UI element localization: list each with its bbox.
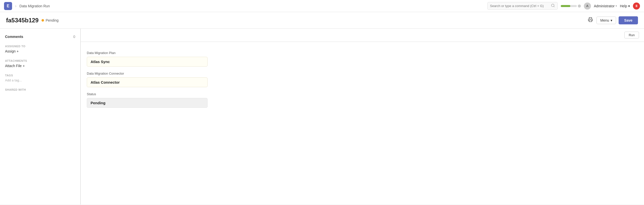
status-field-value[interactable]: Pending xyxy=(87,98,208,108)
page-header: fa5345b129 Pending Menu ▾ Save xyxy=(0,12,644,29)
comments-count: 0 xyxy=(73,35,75,39)
plan-field: Data Migration Plan Atlas Sync xyxy=(87,51,638,67)
main-content: Comments 0 ASSIGNED TO Assign + ATTACHME… xyxy=(0,29,644,204)
status-field: Status Pending xyxy=(87,92,638,108)
menu-button[interactable]: Menu ▾ xyxy=(596,17,616,24)
status-field-label: Status xyxy=(87,92,638,96)
connector-label: Data Migration Connector xyxy=(87,72,638,75)
admin-menu-button[interactable]: Administrator ▾ xyxy=(594,4,617,8)
admin-chevron-icon: ▾ xyxy=(616,5,617,7)
admin-label: Administrator xyxy=(594,4,615,8)
search-input[interactable] xyxy=(490,4,549,8)
menu-label: Menu xyxy=(600,18,609,22)
attach-file-button[interactable]: Attach File + xyxy=(5,64,75,68)
help-label: Help xyxy=(620,4,627,8)
content-card: Run Data Migration Plan Atlas Sync Data … xyxy=(80,29,644,204)
progress-indicator xyxy=(578,5,581,8)
run-button[interactable]: Run xyxy=(624,32,639,38)
assign-button[interactable]: Assign + xyxy=(5,49,75,53)
status-label: Pending xyxy=(46,18,58,22)
divider xyxy=(81,42,644,42)
menu-chevron-icon: ▾ xyxy=(611,18,612,22)
plan-value[interactable]: Atlas Sync xyxy=(87,57,208,67)
run-bar: Run xyxy=(81,29,644,42)
print-button[interactable] xyxy=(587,16,594,24)
help-chevron-icon: ▾ xyxy=(628,4,630,8)
status-badge: Pending xyxy=(42,18,58,22)
breadcrumb-title: Data Migration Run xyxy=(19,4,50,8)
app-icon[interactable]: E xyxy=(4,2,12,10)
svg-point-0 xyxy=(551,4,554,7)
content-area: Run Data Migration Plan Atlas Sync Data … xyxy=(80,29,644,204)
attachments-section: ATTACHMENTS Attach File + xyxy=(5,59,75,68)
assigned-to-label: ASSIGNED TO xyxy=(5,45,75,48)
assigned-to-section: ASSIGNED TO Assign + xyxy=(5,45,75,53)
svg-rect-2 xyxy=(589,20,592,22)
shared-with-section: SHARED WITH xyxy=(5,88,75,91)
save-button[interactable]: Save xyxy=(619,16,638,24)
connector-field: Data Migration Connector Atlas Connector xyxy=(87,72,638,87)
svg-line-1 xyxy=(554,6,554,7)
form-section: Data Migration Plan Atlas Sync Data Migr… xyxy=(81,46,644,118)
search-bar[interactable] xyxy=(487,2,558,10)
search-icon xyxy=(551,4,555,8)
progress-track xyxy=(561,5,577,7)
help-menu-button[interactable]: Help ▾ xyxy=(620,4,630,8)
page-title: fa5345b129 xyxy=(6,17,38,24)
comments-label: Comments xyxy=(5,35,23,39)
tags-section: TAGS Add a tag... xyxy=(5,74,75,82)
tags-input[interactable]: Add a tag... xyxy=(5,78,75,82)
notification-badge[interactable]: 8 xyxy=(633,3,640,10)
progress-fill xyxy=(561,5,570,7)
plan-label: Data Migration Plan xyxy=(87,51,638,55)
shared-with-label: SHARED WITH xyxy=(5,88,75,91)
attachments-label: ATTACHMENTS xyxy=(5,59,75,62)
tags-label: TAGS xyxy=(5,74,75,77)
comments-section: Comments 0 xyxy=(5,35,75,39)
progress-bar xyxy=(561,5,581,8)
page-title-row: fa5345b129 Pending xyxy=(6,17,59,24)
topnav: E › Data Migration Run A Administrator ▾… xyxy=(0,0,644,12)
status-dot-icon xyxy=(42,19,44,22)
connector-value[interactable]: Atlas Connector xyxy=(87,77,208,87)
avatar: A xyxy=(584,3,591,10)
breadcrumb-separator: › xyxy=(15,4,16,8)
header-actions: Menu ▾ Save xyxy=(587,16,638,24)
sidebar: Comments 0 ASSIGNED TO Assign + ATTACHME… xyxy=(0,29,80,204)
